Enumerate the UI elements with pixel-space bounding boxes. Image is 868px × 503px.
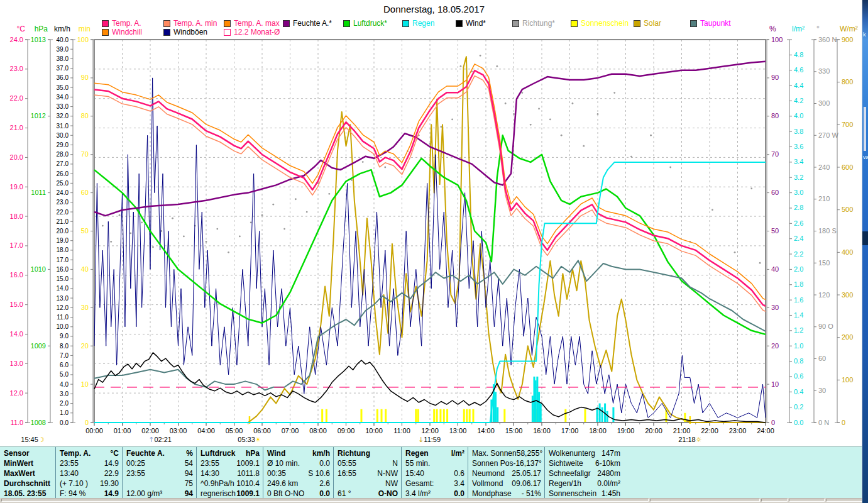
x-axis-label: 20:00 — [645, 427, 662, 434]
axis-tick-label-kmh: 18.0 — [57, 246, 69, 253]
axis-tick-label-min: 20 — [81, 342, 89, 350]
x-axis-label: 06:00 — [253, 427, 271, 434]
stat-label: 61 ° — [338, 489, 351, 499]
stat-label: 12.00 g/m³ — [126, 489, 162, 499]
axis-tick-label-kmh: 33.0 — [57, 103, 69, 110]
status-bar-segment — [761, 499, 788, 502]
sun-icon: ☀ — [255, 436, 261, 444]
series-regen-rate-bar — [495, 392, 497, 422]
stat-label: Schneefallgr — [549, 468, 591, 478]
column-unit: hPa — [246, 448, 260, 458]
table-row: 23:5514.9 — [56, 458, 122, 468]
table-header-row: Regenl/m² — [402, 448, 468, 458]
axis-tick-label-kmh: 35.0 — [57, 84, 69, 91]
table-row: Vollmond09.06.17 — [468, 478, 544, 489]
sun-moon-time: 11:59 — [424, 436, 441, 443]
column-unit: km/h — [312, 448, 330, 458]
table-row: 16:55N-NW — [334, 468, 401, 478]
series-sonnenschein-bar — [321, 409, 323, 422]
row-label: MinWert — [4, 458, 33, 468]
axis-tick-label-pct: 20 — [771, 342, 779, 350]
series-sonnenschein-bar — [463, 409, 465, 422]
series-richtung-point — [250, 222, 252, 224]
table-row: Sonnenschein1:45h — [545, 489, 624, 499]
series-richtung-point — [513, 113, 515, 115]
x-axis-label: 13:00 — [449, 427, 467, 434]
series-sonnenschein-bar — [381, 409, 383, 422]
series-richtung-point — [119, 214, 121, 216]
stats-group-luftdruck: LuftdruckhPa23:551009.114:301011.8^0.9hP… — [196, 447, 263, 498]
x-axis-label: 02:00 — [141, 427, 159, 434]
column-unit: °C — [111, 448, 119, 458]
series-richtung-point — [283, 228, 285, 230]
stat-value: 22.9 — [104, 468, 119, 478]
axis-tick-label-deg: 90 O — [818, 323, 833, 330]
table-row: 12.00 g/m³94 — [123, 489, 196, 499]
stat-label: 249.6 km — [267, 478, 298, 489]
series-sonnenschein-bar — [472, 409, 474, 422]
x-axis-label: 12:00 — [421, 427, 439, 434]
axis-tick-label-wm2: 300 — [842, 291, 853, 299]
x-axis-label: 24:00 — [757, 427, 774, 434]
axis-tick-label-min: 10 — [81, 380, 89, 388]
axis-tick-label-kmh: 25.0 — [57, 180, 69, 187]
series-richtung-point — [583, 145, 585, 147]
axis-tick-label-min: 50 — [81, 227, 89, 235]
sun-moon-time: 05:33 — [238, 436, 255, 443]
axis-tick-label-kmh: 28.0 — [57, 151, 69, 158]
axis-tick-label-temp: 19.0 — [10, 183, 23, 191]
series-richtung-point — [206, 241, 207, 243]
column-header: Luftdruck — [201, 448, 235, 458]
series-regen-rate-bar — [540, 404, 542, 422]
stat-value: 1011.8 — [237, 468, 260, 478]
table-row: Neumond25.05.17 — [468, 468, 544, 478]
stat-value: NW — [385, 478, 398, 489]
series-richtung-point — [460, 65, 462, 67]
axis-tick-label-deg: 360 N — [818, 36, 837, 43]
stat-value: 0.0 — [319, 489, 330, 499]
column-header: Regen — [405, 448, 429, 458]
x-axis-label: 15:00 — [505, 427, 523, 434]
table-row: Regen/1h0.0l/m² — [545, 478, 624, 489]
series-richtung-point — [110, 241, 112, 243]
row-label: Sensor — [4, 448, 30, 458]
stat-value: O-NO — [378, 489, 398, 499]
x-axis-label: 03:00 — [170, 427, 187, 434]
stat-label: Ø 10 min. — [267, 458, 300, 468]
x-axis-label: 04:00 — [197, 427, 215, 434]
axis-tick-label-deg: 120 — [818, 291, 830, 299]
stat-value: 3.4 — [454, 478, 464, 489]
series-richtung-point — [561, 135, 563, 136]
table-row: Gesamt:3.4 — [402, 478, 468, 489]
row-label: 18.05. 23:55 — [4, 489, 46, 499]
axis-tick-label-min: 90 — [81, 74, 89, 81]
stats-group-wolkenunterg: Wolkenunterg147mSichtweite6-10kmSchneefa… — [544, 447, 624, 498]
series-regen-rate-bar — [536, 377, 538, 422]
series-sonnenschein-bar — [417, 409, 419, 422]
axis-tick-label-kmh: 5.0 — [60, 371, 69, 378]
stat-label: 05:55 — [338, 458, 356, 468]
table-row: 18.05. 23:55 — [0, 489, 55, 499]
axis-tick-label-temp: 22.0 — [10, 94, 23, 102]
axis-tick-label-wm2: 800 — [842, 78, 853, 86]
stats-group-wind: Windkm/hØ 10 min.0.000:35S 10.6249.6 km2… — [263, 447, 333, 498]
series-richtung-point — [549, 118, 551, 120]
background-text-fragment: va — [863, 154, 868, 160]
axis-tick-label-kmh: 36.0 — [57, 74, 69, 81]
axis-tick-label-lm2: 2.4 — [794, 235, 803, 242]
axis-tick-label-lm2: 2.6 — [794, 219, 803, 227]
series-regen-rate-bar — [596, 407, 598, 422]
series-richtung-point — [216, 228, 218, 230]
axis-tick-label-kmh: 4.0 — [60, 381, 69, 388]
stat-value: 1:45h — [602, 489, 620, 499]
series-richtung-point — [613, 92, 615, 94]
axis-tick-label-lm2: 2.0 — [794, 265, 803, 273]
stat-label: Sichtweite — [549, 458, 583, 468]
axis-unit-min: min — [79, 25, 91, 33]
table-header-row: Richtung — [334, 448, 401, 458]
sun-moon-time: 21:18 — [678, 436, 696, 443]
axis-tick-label-deg: 300 — [818, 99, 830, 107]
axis-tick-label-min: 40 — [81, 265, 89, 273]
stat-label: Sonnenschein — [549, 489, 596, 499]
axis-tick-label-kmh: 6.0 — [60, 362, 69, 368]
